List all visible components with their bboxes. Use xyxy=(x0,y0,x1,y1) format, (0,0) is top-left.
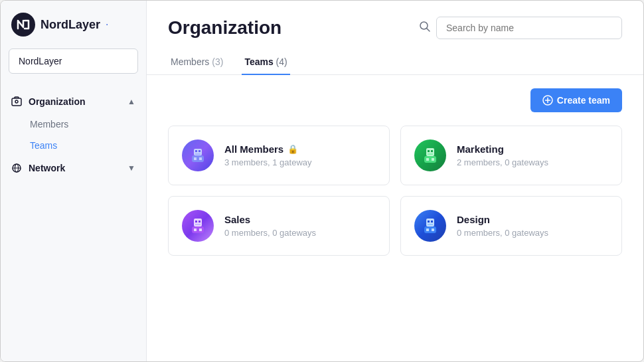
svg-rect-17 xyxy=(199,157,202,160)
svg-rect-19 xyxy=(428,150,430,152)
team-name-all-members: All Members 🔒 xyxy=(224,143,312,155)
svg-rect-25 xyxy=(194,219,202,226)
svg-rect-18 xyxy=(426,148,434,156)
team-card-marketing[interactable]: Marketing 2 members, 0 gateways xyxy=(400,126,622,185)
svg-rect-23 xyxy=(426,158,429,161)
logo-area: NordLayer· xyxy=(1,1,146,48)
nav-section-network: Network ▼ xyxy=(1,156,146,180)
avatar-sprite-marketing xyxy=(420,145,441,166)
logo-text: NordLayer xyxy=(40,18,100,32)
app-container: NordLayer· NordLayer Organization ▲ xyxy=(0,0,644,362)
nordlayer-logo-icon xyxy=(11,13,35,37)
search-icon xyxy=(419,21,431,36)
avatar-sprite-all-members xyxy=(187,145,208,166)
content-area: Create team xyxy=(147,75,643,361)
svg-rect-30 xyxy=(194,228,197,231)
svg-rect-32 xyxy=(426,219,434,226)
avatar-sprite-sales xyxy=(187,215,208,236)
svg-rect-12 xyxy=(195,150,197,152)
svg-rect-13 xyxy=(199,150,201,152)
chevron-up-icon: ▲ xyxy=(127,97,135,106)
svg-line-7 xyxy=(427,28,430,31)
team-info-marketing: Marketing 2 members, 0 gateways xyxy=(457,143,548,167)
svg-rect-14 xyxy=(195,153,201,155)
chevron-down-icon: ▼ xyxy=(127,163,135,173)
team-info-sales: Sales 0 members, 0 gateways xyxy=(224,214,316,238)
tab-members[interactable]: Members (3) xyxy=(168,50,226,75)
sidebar-nav: Organization ▲ Members Teams xyxy=(1,84,146,361)
team-avatar-marketing xyxy=(414,139,446,171)
network-nav-label: Network xyxy=(29,163,65,173)
toolbar: Create team xyxy=(168,88,622,112)
team-name-design: Design xyxy=(457,214,548,225)
svg-rect-27 xyxy=(199,221,201,223)
avatar-sprite-design xyxy=(420,215,441,236)
svg-rect-36 xyxy=(424,226,436,233)
team-info-all-members: All Members 🔒 3 members, 1 gateway xyxy=(224,143,312,167)
team-meta-marketing: 2 members, 0 gateways xyxy=(457,157,548,167)
svg-rect-20 xyxy=(431,150,433,152)
team-avatar-sales xyxy=(182,210,214,242)
teams-grid: All Members 🔒 3 members, 1 gateway xyxy=(168,126,622,256)
svg-rect-26 xyxy=(195,221,197,223)
svg-rect-28 xyxy=(195,224,201,225)
sidebar-item-network[interactable]: Network ▼ xyxy=(1,156,146,180)
team-card-design[interactable]: Design 0 members, 0 gateways xyxy=(400,196,622,256)
team-name-sales: Sales xyxy=(224,214,316,225)
svg-rect-22 xyxy=(424,156,436,163)
svg-rect-1 xyxy=(12,98,21,106)
svg-rect-15 xyxy=(192,155,204,162)
network-icon xyxy=(11,163,22,173)
tabs-bar: Members (3) Teams (4) xyxy=(147,50,643,75)
main-header: Organization xyxy=(147,1,643,39)
svg-point-2 xyxy=(15,100,18,103)
main-content: Organization Members (3) Teams (4) xyxy=(147,1,643,361)
page-title: Organization xyxy=(168,17,282,39)
team-info-design: Design 0 members, 0 gateways xyxy=(457,214,548,238)
svg-rect-33 xyxy=(428,221,430,223)
lock-icon: 🔒 xyxy=(287,144,298,154)
sidebar-item-teams[interactable]: Teams xyxy=(1,135,146,156)
team-card-all-members[interactable]: All Members 🔒 3 members, 1 gateway xyxy=(168,126,390,185)
svg-rect-16 xyxy=(194,157,197,160)
svg-rect-34 xyxy=(431,221,433,223)
search-input[interactable] xyxy=(436,17,622,39)
svg-rect-24 xyxy=(432,158,434,161)
tab-teams[interactable]: Teams (4) xyxy=(242,50,289,75)
search-area xyxy=(419,17,622,39)
org-selector[interactable]: NordLayer xyxy=(9,48,138,74)
team-avatar-design xyxy=(414,210,446,242)
svg-rect-38 xyxy=(432,228,434,231)
create-team-button[interactable]: Create team xyxy=(530,88,622,112)
svg-rect-37 xyxy=(426,228,429,231)
sidebar-item-members[interactable]: Members xyxy=(1,114,146,135)
team-meta-sales: 0 members, 0 gateways xyxy=(224,228,316,238)
svg-rect-31 xyxy=(199,228,202,231)
org-nav-label: Organization xyxy=(29,96,86,107)
sidebar-item-organization[interactable]: Organization ▲ xyxy=(1,90,146,114)
team-name-marketing: Marketing xyxy=(457,143,548,155)
org-icon xyxy=(11,96,22,107)
sidebar: NordLayer· NordLayer Organization ▲ xyxy=(1,1,147,361)
team-card-sales[interactable]: Sales 0 members, 0 gateways xyxy=(168,196,390,256)
svg-rect-21 xyxy=(428,153,433,155)
team-meta-all-members: 3 members, 1 gateway xyxy=(224,157,312,167)
team-avatar-all-members xyxy=(182,139,214,171)
plus-circle-icon xyxy=(542,95,553,106)
svg-rect-29 xyxy=(192,226,204,233)
team-meta-design: 0 members, 0 gateways xyxy=(457,228,548,238)
nav-section-organization: Organization ▲ Members Teams xyxy=(1,90,146,156)
svg-rect-35 xyxy=(428,224,433,225)
